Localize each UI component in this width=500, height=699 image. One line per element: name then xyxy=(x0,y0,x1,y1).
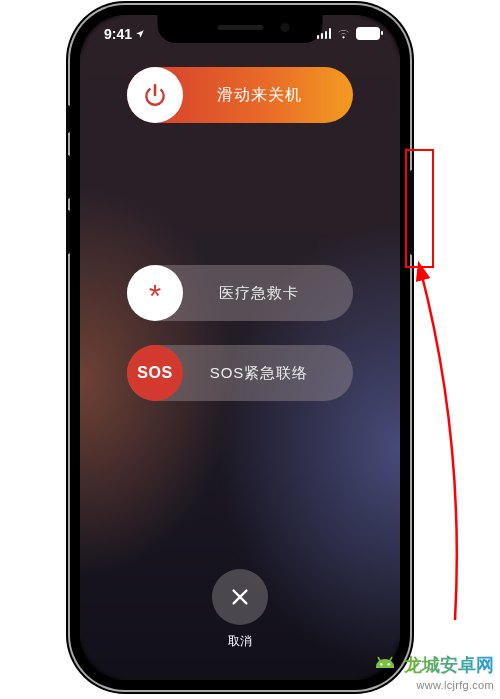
sos-label: SOS紧急联络 xyxy=(183,364,353,383)
watermark: 龙城安卓网 www.lcjrfg.com xyxy=(370,653,494,691)
cancel-button[interactable] xyxy=(212,569,268,625)
watermark-url: www.lcjrfg.com xyxy=(370,679,494,691)
location-icon xyxy=(135,29,145,39)
volume-down-button xyxy=(66,210,70,254)
phone-screen: 9:41 滑动来关 xyxy=(80,15,400,680)
cellular-signal-icon xyxy=(317,28,332,39)
power-icon xyxy=(142,82,168,108)
volume-up-button xyxy=(66,155,70,199)
annotation-highlight-box xyxy=(405,149,434,268)
android-logo-icon xyxy=(370,653,400,677)
svg-point-5 xyxy=(388,663,390,665)
iphone-frame: 9:41 滑动来关 xyxy=(70,5,410,690)
mute-switch xyxy=(66,105,70,133)
sos-knob[interactable]: SOS xyxy=(127,345,183,401)
wifi-icon xyxy=(336,28,351,39)
power-slider-knob[interactable] xyxy=(127,67,183,123)
svg-line-7 xyxy=(390,658,392,662)
sos-icon: SOS xyxy=(137,364,172,382)
medical-id-slider[interactable]: * 医疗急救卡 xyxy=(127,265,353,321)
watermark-brand: 龙城安卓网 xyxy=(404,653,494,677)
svg-line-6 xyxy=(378,658,380,662)
medical-id-knob[interactable]: * xyxy=(127,265,183,321)
sos-slider[interactable]: SOS SOS紧急联络 xyxy=(127,345,353,401)
medical-id-label: 医疗急救卡 xyxy=(183,284,353,303)
status-time: 9:41 xyxy=(104,26,132,42)
slide-to-power-off[interactable]: 滑动来关机 xyxy=(127,67,353,123)
svg-point-4 xyxy=(380,663,382,665)
annotation-arrow xyxy=(410,260,490,630)
battery-icon xyxy=(356,27,380,40)
power-slider-label: 滑动来关机 xyxy=(183,85,353,106)
cancel-label: 取消 xyxy=(212,633,268,650)
close-icon xyxy=(229,586,251,608)
status-bar: 9:41 xyxy=(80,21,400,49)
asterisk-icon: * xyxy=(149,280,161,312)
